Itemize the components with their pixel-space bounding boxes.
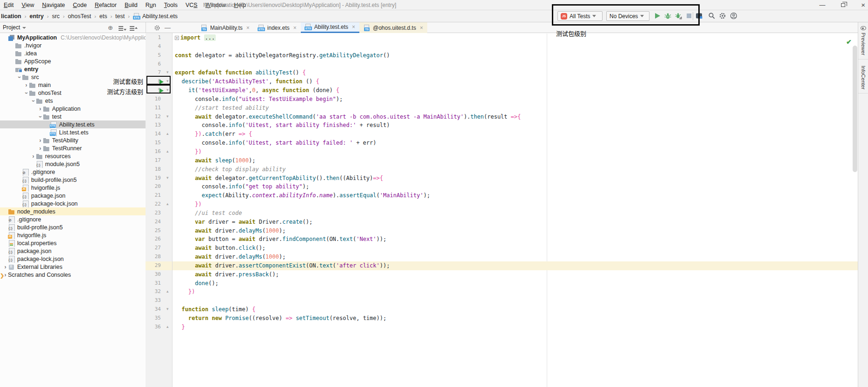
code-text[interactable]: }) [172, 147, 858, 156]
tree-item-package-json[interactable]: ›{;}package.json [0, 192, 146, 200]
close-tab-icon[interactable]: × [246, 25, 250, 31]
menu-edit[interactable]: Edit [4, 2, 14, 8]
code-line-21[interactable]: 21 expect(Ability.context.abilityInfo.na… [146, 191, 858, 200]
tree-item-hvigorfile-js[interactable]: ›JShvigorfile.js [0, 184, 146, 192]
tree-item-node-modules[interactable]: ›node_modules [0, 207, 146, 215]
tree-item-myapplication[interactable]: ›MyApplicationC:\Users\lenovo\Desktop\My… [0, 33, 146, 41]
code-text[interactable]: console.info("get top ability"); [172, 182, 858, 191]
tool-window-button-infocenter[interactable]: InfoCenter [858, 60, 868, 93]
chevron-collapsed-icon[interactable]: › [3, 265, 8, 269]
fold-marker-icon[interactable]: ▾ [166, 307, 169, 311]
tree-item-entry[interactable]: ›entry [0, 65, 146, 73]
fold-marker-icon[interactable]: ▴ [166, 149, 169, 153]
code-text[interactable]: console.info('Uitest, start ability fail… [172, 139, 858, 147]
tree-item-package-json[interactable]: ›{;}package.json [0, 247, 146, 255]
code-line-7[interactable]: 7▾export default function abilityTest() … [146, 68, 858, 77]
code-text[interactable]: } [172, 323, 858, 332]
code-line-34[interactable]: 34▾ function sleep(time) { [146, 305, 858, 314]
collapse-all-button[interactable] [128, 24, 135, 31]
code-line-18[interactable]: 18 //check top display ability [146, 165, 858, 174]
fold-marker-icon[interactable]: ▾ [166, 70, 169, 74]
code-text[interactable]: console.info('Uitest, start ability fini… [172, 121, 858, 130]
locate-file-button[interactable]: ⊕ [107, 24, 114, 31]
code-text[interactable]: }) [172, 287, 858, 296]
hide-panel-button[interactable]: — [164, 24, 171, 31]
chevron-expanded-icon[interactable]: › [17, 74, 22, 80]
code-text[interactable]: return new Promise((resolve) => setTimeo… [172, 314, 858, 323]
expand-all-button[interactable] [117, 24, 124, 31]
settings-button[interactable] [718, 12, 727, 20]
code-text[interactable]: await driver.assertComponentExist(ON.tex… [172, 261, 858, 270]
account-button[interactable] [729, 12, 738, 20]
menu-build[interactable]: Build [125, 2, 138, 8]
code-line-28[interactable]: 28 await driver.delayMs(1000); [146, 253, 858, 261]
menu-run[interactable]: Run [146, 2, 156, 8]
tree-item-ets[interactable]: ›ets [0, 97, 146, 105]
code-text[interactable]: await sleep(1000); [172, 156, 858, 165]
code-line-10[interactable]: 10 console.info("uitest: TestUiExample b… [146, 95, 858, 104]
code-text[interactable]: const delegator = abilityDelegatorRegist… [172, 51, 858, 60]
code-text[interactable]: //start tested ability [172, 104, 858, 113]
menu-refactor[interactable]: Refactor [95, 2, 117, 8]
code-text[interactable]: await delegator.executeShellCommand('aa … [172, 113, 858, 121]
code-line-27[interactable]: 27 await button.click(); [146, 244, 858, 253]
code-text[interactable]: }).catch(err => { [172, 130, 858, 139]
code-line-17[interactable]: 17 await sleep(1000); [146, 156, 858, 165]
code-line-32[interactable]: 32▴ }) [146, 287, 858, 296]
tree-item-test[interactable]: ›test [0, 113, 146, 120]
fold-marker-icon[interactable]: ▴ [166, 324, 169, 329]
code-line-9[interactable]: 9▾ it('testUiExample',0, async function … [146, 86, 858, 95]
close-button[interactable]: × [861, 0, 865, 10]
code-line-25[interactable]: 25 await driver.delayMs(1000); [146, 227, 858, 235]
code-text[interactable]: console.info("uitest: TestUiExample begi… [172, 95, 858, 104]
code-line-22[interactable]: 22▴ }) [146, 200, 858, 209]
code-text[interactable]: await delegator.getCurrentTopAbility().t… [172, 174, 858, 183]
tree-item--gitignore[interactable]: ›⊘.gitignore [0, 215, 146, 223]
fold-marker-icon[interactable]: ▴ [166, 289, 169, 294]
chevron-expanded-icon[interactable]: › [31, 98, 36, 103]
code-line-13[interactable]: 13 console.info('Uitest, start ability f… [146, 121, 858, 130]
close-tab-icon[interactable]: × [293, 25, 297, 31]
chevron-collapsed-icon[interactable]: › [38, 138, 43, 143]
breadcrumb-item[interactable]: src [52, 13, 60, 20]
code-text[interactable] [172, 42, 858, 51]
code-line-23[interactable]: 23 //ui test code [146, 209, 858, 218]
tree-item-list-test-ets[interactable]: ›ETSList.test.ets [0, 128, 146, 136]
tree-item--hvigor[interactable]: ›.hvigor [0, 41, 146, 49]
editor-scrollbar[interactable] [853, 46, 857, 172]
folded-import-icon[interactable]: + [175, 36, 179, 40]
code-line-11[interactable]: 11 //start tested ability [146, 104, 858, 113]
code-text[interactable]: function sleep(time) { [172, 305, 858, 314]
code-text[interactable]: await driver.delayMs(1000); [172, 253, 858, 261]
code-text[interactable]: await button.click(); [172, 244, 858, 253]
breadcrumb-item[interactable]: test [115, 13, 125, 20]
chevron-expanded-icon[interactable]: › [24, 90, 29, 95]
code-text[interactable]: var button = await driver.findComponent(… [172, 235, 858, 244]
code-text[interactable]: describe('ActsAbilityTest', function () … [172, 77, 858, 86]
chevron-collapsed-icon[interactable]: › [31, 154, 36, 159]
tree-item-application[interactable]: ›Application [0, 105, 146, 113]
minimize-button[interactable]: — [819, 0, 825, 10]
tree-item-scratches-and-consoles[interactable]: ❯›Scratches and Consoles [0, 271, 146, 279]
code-line-15[interactable]: 15 console.info('Uitest, start ability f… [146, 139, 858, 147]
code-text[interactable]: await driver.delayMs(1000); [172, 227, 858, 235]
tab-mainability-ts[interactable]: TSMainAbility.ts× [197, 22, 254, 33]
code-line-36[interactable]: 36▴ } [146, 323, 858, 332]
code-text[interactable] [172, 60, 858, 69]
menu-navigate[interactable]: Navigate [42, 2, 65, 8]
code-text[interactable]: +import ... [172, 33, 858, 42]
code-line-14[interactable]: 14▴ }).catch(err => { [146, 130, 858, 139]
fold-marker-icon[interactable]: ▾ [166, 114, 169, 119]
code-text[interactable]: done(); [172, 279, 858, 288]
close-tab-icon[interactable]: × [420, 25, 423, 31]
debug-button[interactable] [663, 12, 672, 20]
menu-view[interactable]: View [22, 2, 34, 8]
code-line-24[interactable]: 24 var driver = await Driver.create(); [146, 218, 858, 227]
code-line-1[interactable]: 1+import ... [146, 33, 858, 42]
debug-coverage-button[interactable] [674, 12, 682, 20]
code-text[interactable]: it('testUiExample',0, async function (do… [172, 86, 858, 95]
tree-item-appscope[interactable]: ›AppScope [0, 57, 146, 65]
code-line-12[interactable]: 12▾ await delegator.executeShellCommand(… [146, 113, 858, 121]
fold-marker-icon[interactable]: ▾ [166, 87, 169, 92]
project-panel-title[interactable]: Project [3, 24, 26, 31]
